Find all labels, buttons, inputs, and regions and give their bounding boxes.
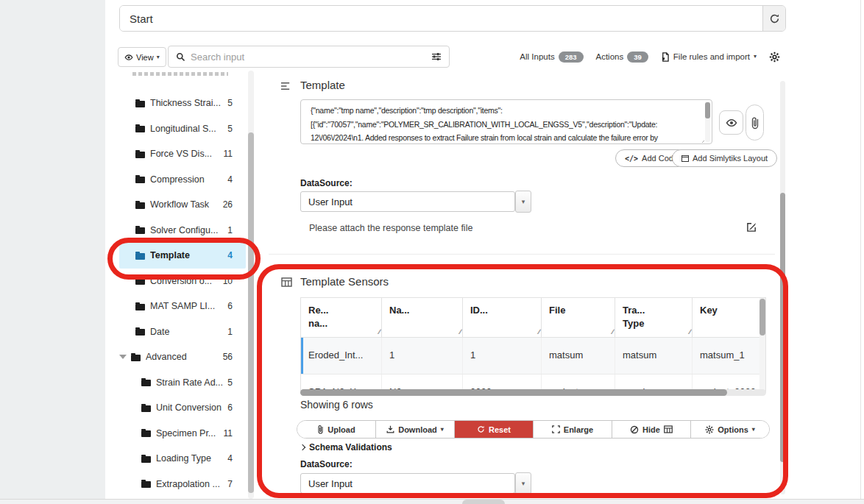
sensors-datasource-value: User Input: [308, 478, 353, 489]
cell-id[interactable]: 1: [463, 338, 542, 374]
bottom-page-band: [0, 499, 864, 504]
table-horizontal-scrollbar[interactable]: [300, 389, 766, 396]
sensors-datasource-select[interactable]: User Input: [300, 473, 515, 494]
column-header-name[interactable]: Na...: [382, 298, 463, 337]
column-header-id[interactable]: ID...: [463, 298, 542, 337]
main-panel-scrollbar-thumb[interactable]: [780, 193, 785, 462]
template-json-textarea[interactable]: {"name":"tmp name","description":"tmp de…: [300, 99, 712, 144]
datasource-select-arrow[interactable]: [515, 191, 531, 213]
sidebar-item-loading-type[interactable]: Loading Type4: [119, 446, 246, 472]
column-header-key[interactable]: Key: [693, 298, 761, 337]
chevron-down-icon: [754, 54, 757, 60]
schema-validations-expander[interactable]: Schema Validations: [300, 442, 392, 452]
sidebar-item-date[interactable]: Date1: [119, 319, 246, 345]
textarea-scrollbar[interactable]: [705, 102, 710, 142]
file-rules-import-dropdown[interactable]: File rules and import: [661, 52, 757, 62]
datasource-select[interactable]: User Input: [300, 191, 515, 212]
start-node-input[interactable]: Start: [120, 6, 762, 31]
sidebar-scrollbar[interactable]: [248, 71, 254, 499]
code-icon: </>: [625, 155, 638, 163]
sensors-datasource-select-arrow[interactable]: [515, 472, 531, 494]
table-header-row: Re... na... Na... ID... File Tra... Type…: [301, 298, 765, 338]
sidebar-item-force-vs-dis[interactable]: Force VS Dis...11: [119, 141, 246, 167]
sidebar-item-thickness-strain[interactable]: Thickness Strai...5: [119, 90, 246, 116]
eye-icon: [726, 117, 737, 129]
all-inputs-count-badge: 283: [559, 52, 584, 63]
layout-icon: [681, 155, 689, 162]
caret-down-icon[interactable]: [119, 355, 131, 359]
column-header-file[interactable]: File: [542, 298, 615, 337]
view-dropdown-button[interactable]: View: [118, 47, 166, 67]
folder-icon: [141, 481, 151, 488]
template-json-content: {"name":"tmp name","description":"tmp de…: [301, 100, 701, 143]
download-dropdown-button[interactable]: Download: [375, 421, 454, 438]
column-header-trace-type[interactable]: Tra... Type: [615, 298, 693, 337]
enlarge-button[interactable]: Enlarge: [533, 421, 612, 438]
sidebar-item-compression[interactable]: Compression4: [119, 167, 246, 193]
toolbar-right-cluster: All Inputs 283 Actions 39 File rules and…: [545, 46, 780, 68]
template-sensors-table: Re... na... Na... ID... File Tra... Type…: [300, 297, 766, 393]
reset-icon: [477, 425, 485, 433]
table-vertical-scrollbar-thumb[interactable]: [759, 299, 765, 336]
table-vertical-scrollbar[interactable]: [759, 298, 765, 392]
folder-icon: [135, 152, 145, 158]
reset-button[interactable]: Reset: [454, 421, 533, 438]
upload-button[interactable]: Upload: [297, 421, 375, 438]
sidebar-item-template[interactable]: Template4: [119, 243, 246, 269]
sidebar-scrollbar-thumb[interactable]: [248, 132, 254, 493]
sidebar-item-workflow-task[interactable]: Workflow Task26: [119, 192, 246, 218]
datasource-label: DataSource:: [300, 459, 353, 469]
chevron-down-icon: [752, 427, 755, 433]
folder-icon: [135, 101, 145, 107]
folder-icon: [135, 278, 145, 285]
sidebar-item-conversion[interactable]: Conversion o...10: [119, 269, 246, 294]
folder-icon: [131, 355, 141, 361]
row-count-summary: Showing 6 rows: [300, 399, 373, 411]
search-placeholder: Search input: [191, 52, 426, 63]
table-horizontal-scrollbar-thumb[interactable]: [300, 389, 727, 396]
textarea-scrollbar-thumb[interactable]: [705, 102, 710, 118]
sidebar-item-unit-conversion[interactable]: Unit Conversion6: [119, 395, 246, 421]
preview-template-button[interactable]: [719, 110, 743, 135]
sidebar-item-strain-rate[interactable]: Strain Rate Ad...5: [119, 370, 246, 396]
resize-grip-icon[interactable]: [699, 138, 704, 143]
add-simlytiks-layout-button[interactable]: Add Simlytiks Layout: [672, 149, 777, 167]
main-panel-scrollbar[interactable]: [780, 81, 785, 494]
cell-response-name[interactable]: Eroded_Int...: [301, 338, 382, 374]
column-header-response-name[interactable]: Re... na...: [301, 298, 382, 337]
eye-icon: [124, 53, 133, 62]
template-section-title: Template: [300, 79, 345, 91]
sidebar-item-solver-config[interactable]: Solver Configu...1: [119, 218, 246, 244]
table-grid-icon: [281, 277, 292, 287]
cell-name[interactable]: 1: [382, 338, 463, 374]
cell-file[interactable]: matsum: [542, 338, 615, 374]
refresh-button[interactable]: [762, 6, 785, 31]
actions-filter[interactable]: Actions 39: [596, 52, 648, 63]
all-inputs-filter[interactable]: All Inputs 283: [520, 52, 583, 63]
start-node-bar: Start: [119, 5, 786, 32]
sidebar-item-mat-samp[interactable]: MAT SAMP LI...6: [119, 294, 246, 319]
gear-icon: [769, 52, 780, 63]
form-lines-icon: [280, 81, 291, 91]
sidebar-item-extrapolation[interactable]: Extrapolation ...7: [119, 472, 246, 497]
table-row[interactable]: Eroded_Int... 1 1 matsum matsum matsum_1: [301, 338, 765, 375]
sidebar-item-specimen[interactable]: Specimen Pr...11: [119, 421, 246, 447]
datasource-value: User Input: [308, 196, 353, 207]
cell-key[interactable]: matsum_1: [693, 338, 761, 374]
options-dropdown-button[interactable]: Options: [690, 421, 769, 438]
folder-icon: [135, 126, 145, 132]
folder-icon: [141, 380, 151, 386]
paperclip-icon: [751, 116, 759, 129]
refresh-icon: [769, 13, 780, 24]
attach-file-button[interactable]: [746, 104, 764, 141]
settings-gear-button[interactable]: [769, 52, 780, 63]
filter-icon[interactable]: [431, 52, 442, 61]
sidebar-item-advanced[interactable]: Advanced56: [119, 344, 246, 370]
chevron-down-icon: [441, 427, 444, 433]
hide-table-button[interactable]: Hide: [612, 421, 690, 438]
search-input[interactable]: Search input: [168, 46, 450, 68]
sidebar-item-longitudinal[interactable]: Longitudinal S...5: [119, 116, 246, 142]
view-label: View: [136, 53, 154, 62]
edit-pencil-icon[interactable]: [746, 221, 757, 233]
cell-trace-type[interactable]: matsum: [615, 338, 693, 374]
